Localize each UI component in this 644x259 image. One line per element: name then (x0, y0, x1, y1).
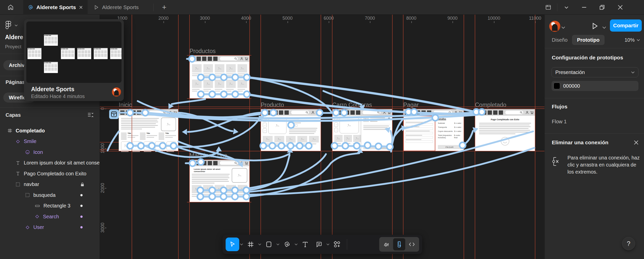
cart-icon (316, 111, 319, 114)
frame-label-inicio[interactable]: Inicio (119, 102, 132, 108)
wireframe-search (220, 161, 238, 165)
layer-row[interactable]: Smile (0, 136, 100, 147)
color-swatch[interactable] (554, 83, 560, 89)
background-color-field[interactable]: 000000 (552, 81, 638, 91)
layer-row[interactable]: Icon (0, 147, 100, 157)
frame-tool-button[interactable] (244, 238, 257, 251)
minimize-button[interactable] (580, 3, 589, 12)
frame-tool-chevron[interactable] (257, 238, 262, 251)
file-name[interactable]: Aldere (5, 34, 23, 41)
actions-button[interactable] (330, 238, 344, 251)
text-tool-button[interactable] (298, 238, 312, 251)
frame-label-producto[interactable]: Producto (261, 102, 284, 108)
shape-tool-chevron[interactable] (276, 238, 280, 251)
frame-producto[interactable]: Producto (261, 109, 321, 151)
group-icon (16, 182, 20, 187)
flow-item[interactable]: Flow 1 (552, 119, 567, 125)
close-tab-icon[interactable] (79, 5, 83, 10)
tab-file-design[interactable]: Alderete Sports (23, 0, 88, 15)
layer-label: Icon (33, 149, 43, 155)
frame-maquinas[interactable]: Lorem ipsum dolor sit amet consectetur (189, 160, 250, 202)
layer-row[interactable]: navbar (0, 179, 100, 190)
wireframe-card (238, 185, 247, 197)
wireframe-card (203, 64, 213, 76)
tab-file-prototype[interactable]: Alderete Sports (89, 0, 152, 15)
maquinas-heading: Lorem ipsum dolor sit amet consectetur (194, 168, 230, 173)
lock-icon[interactable] (80, 182, 84, 187)
mini-frame-thumbnail (94, 48, 108, 59)
flow-start-badge[interactable] (109, 109, 119, 119)
wireframe-card (226, 185, 236, 197)
project-name[interactable]: Proyect (5, 44, 21, 50)
frame-inicio[interactable]: TitleTitleTitle (119, 109, 178, 151)
frame-label-productos[interactable]: Productos (189, 48, 216, 55)
new-tab-button[interactable]: + (160, 3, 168, 11)
section-capas: Capas (6, 112, 21, 118)
layer-label: Smile (24, 138, 36, 144)
layer-row[interactable]: busqueda (0, 190, 100, 200)
frame-completado[interactable]: Pago Completado con Exito (475, 109, 535, 151)
tab-diseno[interactable]: Diseño (552, 35, 567, 45)
present-chevron[interactable] (602, 25, 606, 30)
prototype-mode-button[interactable] (393, 238, 405, 250)
tab-prototipo[interactable]: Prototipo (572, 35, 605, 45)
layer-row[interactable]: Search (0, 211, 100, 222)
dev-mode-button[interactable] (406, 238, 418, 250)
workspace-icon-button[interactable] (544, 3, 553, 12)
producto-title: Producto (289, 117, 319, 120)
close-panel-button[interactable] (634, 140, 639, 146)
frame-productos[interactable] (189, 55, 250, 99)
delete-connection-icon (552, 156, 562, 168)
user-avatar[interactable] (549, 21, 560, 32)
comment-tool-chevron[interactable] (326, 238, 330, 251)
wireframe-search (505, 111, 523, 114)
frame-pagar[interactable]: Detalles Subtotal$ x valorTransporte$ x … (403, 109, 464, 151)
close-window-button[interactable] (616, 3, 625, 12)
flows-title: Flujos (552, 104, 567, 110)
help-label: ? (627, 240, 630, 247)
ruler-label: 11000 (529, 16, 541, 21)
frame-carro[interactable] (332, 109, 392, 151)
cart-icon (387, 111, 391, 114)
layer-row[interactable]: Pago Completado con Exito (0, 168, 100, 179)
wireframe-card (237, 80, 247, 91)
layers-options-icon[interactable] (87, 112, 93, 119)
ruler-label: 6000 (324, 16, 334, 21)
section-paginas[interactable]: Páginas (6, 79, 25, 85)
file-preview-popup[interactable]: Alderete Sports Editado Hace 4 minutos (24, 19, 124, 101)
layer-row[interactable]: Rectangle 3 (0, 201, 100, 211)
frame-label-pagar[interactable]: Pagar (403, 102, 419, 108)
layer-row[interactable]: Lorem ipsum dolor sit amet conse (0, 158, 100, 168)
draw-mode-button[interactable] (380, 238, 393, 250)
home-button[interactable] (6, 3, 15, 12)
chevron-down-icon[interactable] (14, 23, 18, 27)
zoom-menu[interactable]: 10% (625, 35, 640, 45)
frame-label-completado[interactable]: Completado (475, 102, 506, 108)
avatar-chevron[interactable] (561, 25, 565, 30)
move-tool-button[interactable] (226, 238, 239, 251)
user-icon (240, 57, 243, 60)
comment-tool-button[interactable] (312, 238, 326, 251)
share-button[interactable]: Compartir (610, 19, 642, 32)
present-button[interactable] (591, 22, 599, 31)
layer-row[interactable]: User (0, 222, 100, 233)
frame-label-maquinas[interactable]: Maquinas Tipo (189, 152, 227, 159)
layer-label: Lorem ipsum dolor sit amet conse (24, 160, 100, 166)
figma-logo-icon[interactable] (5, 21, 12, 30)
window-layout-icon (545, 4, 551, 10)
help-button[interactable]: ? (622, 237, 635, 250)
frame-label-carro[interactable]: Carro Compras (332, 102, 372, 108)
restore-button[interactable] (598, 3, 607, 12)
wireframe-card (215, 64, 224, 76)
user-icon (240, 161, 243, 165)
wireframe-search (149, 111, 166, 114)
pen-tool-button[interactable] (280, 238, 294, 251)
cart-icon (245, 57, 248, 60)
delete-connection-title: Eliminar una conexión (552, 139, 608, 146)
shape-tool-button[interactable] (262, 238, 276, 251)
layer-row[interactable]: Completado (0, 125, 100, 136)
pen-tool-chevron[interactable] (294, 238, 298, 251)
move-tool-chevron[interactable] (239, 238, 244, 251)
window-menu-button[interactable] (562, 3, 571, 12)
device-select[interactable]: Presentación (552, 67, 638, 77)
